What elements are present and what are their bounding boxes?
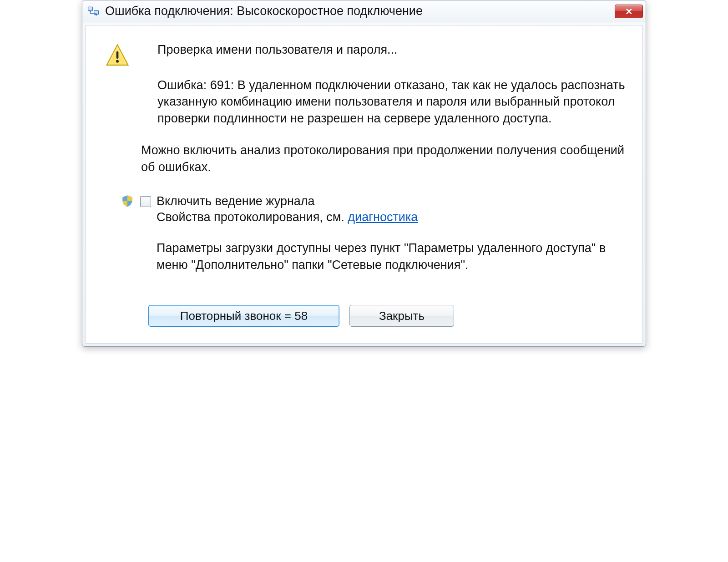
dialog-body: Проверка имени пользователя и пароля... …: [85, 25, 643, 344]
svg-rect-6: [116, 51, 119, 59]
titlebar: Ошибка подключения: Высокоскоростное под…: [82, 0, 646, 22]
logging-sub-prefix: Свойства протоколирования, см.: [157, 210, 348, 224]
logging-subtext: Свойства протоколирования, см. диагности…: [157, 210, 418, 224]
warning-icon: [103, 43, 132, 127]
svg-rect-3: [96, 14, 97, 15]
network-icon: [87, 5, 100, 18]
svg-rect-1: [90, 10, 91, 11]
note-text: Можно включить анализ протоколирования п…: [141, 142, 625, 175]
svg-point-7: [116, 60, 119, 63]
status-text: Проверка имени пользователя и пароля...: [157, 43, 625, 57]
close-window-button[interactable]: ✕: [615, 5, 643, 18]
shield-icon: [119, 194, 136, 208]
redial-button[interactable]: Повторный звонок = 58: [148, 305, 339, 327]
svg-rect-0: [88, 7, 93, 10]
dialog-window: Ошибка подключения: Высокоскоростное под…: [82, 0, 646, 347]
close-icon: ✕: [625, 6, 633, 17]
diagnostics-link[interactable]: диагностика: [348, 210, 418, 224]
enable-logging-label: Включить ведение журнала: [157, 194, 418, 208]
params-text: Параметры загрузки доступны через пункт …: [157, 240, 625, 273]
enable-logging-checkbox[interactable]: [140, 196, 151, 207]
close-button[interactable]: Закрыть: [349, 305, 454, 327]
error-text: Ошибка: 691: В удаленном подключении отк…: [157, 77, 625, 127]
window-title: Ошибка подключения: Высокоскоростное под…: [105, 4, 615, 18]
button-row: Повторный звонок = 58 Закрыть: [148, 305, 625, 327]
